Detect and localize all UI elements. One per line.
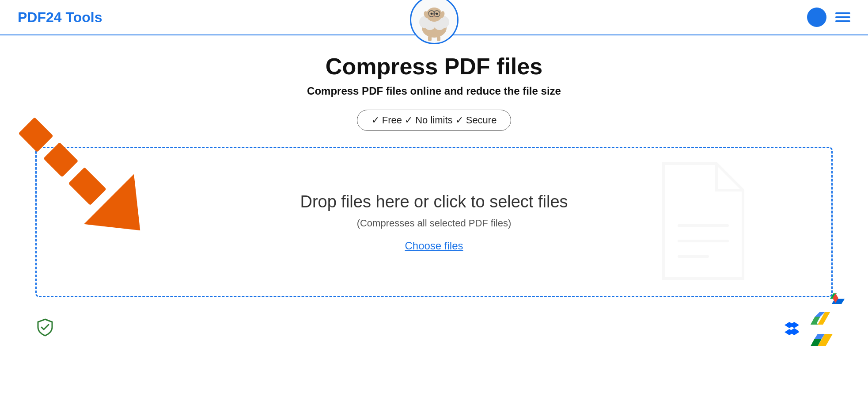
svg-point-10: [430, 13, 432, 15]
dropzone-wrapper: Drop files here or click to select files…: [35, 147, 833, 348]
menu-button[interactable]: [835, 12, 850, 22]
bottom-bar: [35, 301, 833, 348]
drop-subtext: (Compresses all selected PDF files): [357, 218, 512, 229]
logo[interactable]: PDF24 Tools: [18, 9, 102, 26]
google-drive-icon[interactable]: [811, 308, 833, 348]
features-badge: ✓ Free ✓ No limits ✓ Secure: [357, 110, 512, 131]
header: PDF24 Tools: [0, 0, 868, 35]
svg-point-12: [433, 15, 436, 17]
dropzone[interactable]: Drop files here or click to select files…: [35, 147, 833, 297]
security-badge: [35, 318, 55, 339]
dropbox-icon[interactable]: [784, 318, 804, 339]
page-subtitle: Compress PDF files online and reduce the…: [307, 85, 561, 97]
header-actions: [807, 8, 850, 27]
shield-icon: [35, 318, 55, 339]
svg-point-11: [436, 13, 438, 15]
svg-marker-25: [789, 322, 799, 328]
ghost-file-icon: [655, 159, 752, 285]
main-content: Compress PDF files Compress PDF files on…: [0, 35, 868, 366]
user-icon[interactable]: [807, 8, 826, 27]
cloud-icons: [784, 308, 833, 348]
drop-text: Drop files here or click to select files: [300, 192, 568, 211]
choose-files-button[interactable]: Choose files: [405, 240, 463, 252]
page-title: Compress PDF files: [326, 53, 542, 80]
